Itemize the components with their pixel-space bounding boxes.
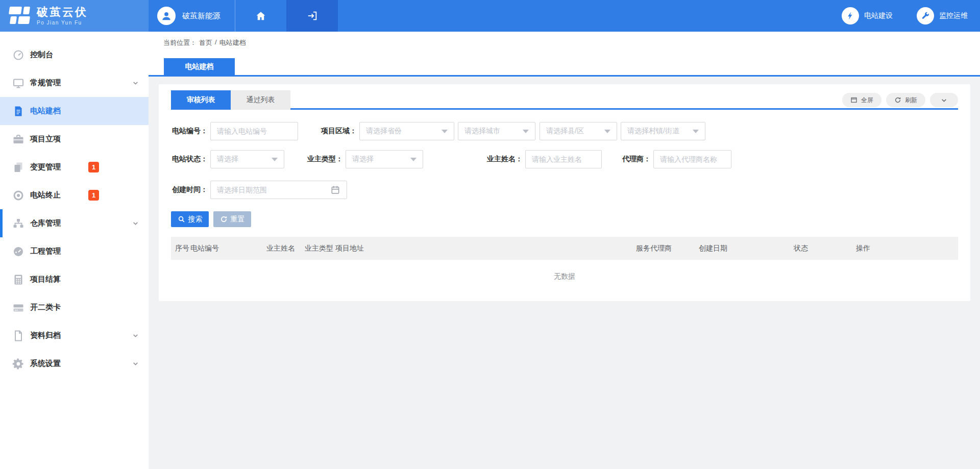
breadcrumb-current: 电站建档 [219,38,246,47]
sidebar-item-document-archive[interactable]: 资料归档 [0,322,149,350]
sidebar-item-warehouse-management[interactable]: 仓库管理 [0,209,149,237]
sidebar: 控制台 常规管理 电站建档 项目立项 变更管理 1 电站终止 1 [0,32,149,469]
refresh-icon [894,96,901,104]
col-owner-name: 业主姓名 [266,244,305,253]
caret-down-icon [604,130,610,133]
record-circle-icon [12,189,24,202]
collapse-panel-button[interactable] [930,93,958,107]
city-select[interactable]: 请选择城市 [458,122,535,140]
filter-row-1: 电站编号： 项目区域： 请选择省份 请选择城市 请选择县/区 请选择村镇/街道 [171,122,958,140]
sidebar-item-engineering-management[interactable]: 工程管理 [0,237,149,265]
col-project-addr: 项目地址 [335,244,636,253]
logo-title: 破茧云伏 [37,7,88,18]
created-time-label: 创建时间： [172,185,208,194]
user-avatar-icon [157,7,176,25]
tab-approved-list[interactable]: 通过列表 [231,90,290,110]
panel-tools: 全屏 刷新 [842,93,958,107]
caret-down-icon [693,130,699,133]
col-station-no: 电站编号 [190,244,266,253]
caret-down-icon [410,158,416,161]
owner-name-input[interactable] [525,150,602,168]
region-label: 项目区域： [321,127,357,136]
col-service-agent: 服务代理商 [636,244,699,253]
tab-review-list[interactable]: 审核列表 [171,90,231,110]
chevron-down-icon [132,332,139,339]
sidebar-item-open-type2-card[interactable]: 开二类卡 [0,293,149,322]
nav-label: 电站建设 [864,11,893,20]
owner-name-label: 业主姓名： [487,155,523,164]
logo-subtitle: Po Jian Yun Fu [37,20,88,26]
chevron-down-icon [941,97,947,104]
top-header: 破茧云伏 Po Jian Yun Fu 破茧新能源 电站建设 [0,0,980,32]
page-tab-station-filing[interactable]: 电站建档 [164,58,235,75]
notification-badge: 1 [88,162,99,172]
breadcrumb-separator: / [215,38,217,47]
empty-state-text: 无数据 [159,272,970,281]
panel-card: 审核列表 通过列表 全屏 刷新 [159,84,970,301]
table-header: 序号 电站编号 业主姓名 业主类型 项目地址 服务代理商 创建日期 状态 操作 [171,237,958,260]
breadcrumb-strip: 当前位置： 首页 / 电站建档 电站建档 [149,32,980,77]
chevron-down-icon [132,220,139,227]
sidebar-item-change-management[interactable]: 变更管理 1 [0,153,149,181]
nav-monitoring-ops[interactable]: 监控运维 [917,0,968,32]
owner-type-select[interactable]: 请选择 [346,150,423,168]
copy-pages-icon [12,161,24,174]
bank-card-icon [12,302,24,314]
lightning-icon [842,7,859,24]
search-icon [178,215,185,223]
sidebar-item-station-termination[interactable]: 电站终止 1 [0,181,149,209]
header-main: 破茧新能源 电站建设 监控运维 [149,0,980,32]
province-select[interactable]: 请选择省份 [359,122,454,140]
date-range-picker[interactable] [210,181,347,199]
refresh-button[interactable]: 刷新 [886,93,925,107]
sitemap-icon [12,217,24,230]
home-icon [255,10,266,21]
document-icon [12,105,24,117]
content-background: 审核列表 通过列表 全屏 刷新 [149,77,980,469]
agent-input[interactable] [653,150,731,168]
station-no-input[interactable] [210,122,298,140]
notification-badge: 1 [88,190,99,201]
col-status: 状态 [794,244,856,253]
sidebar-item-system-settings[interactable]: 系统设置 [0,350,149,378]
calendar-icon [330,185,340,195]
sidebar-item-general-management[interactable]: 常规管理 [0,69,149,97]
town-select[interactable]: 请选择村镇/街道 [621,122,705,140]
county-select[interactable]: 请选择县/区 [540,122,617,140]
logout-button[interactable] [286,0,338,32]
chevron-down-icon [132,360,139,367]
col-actions: 操作 [856,244,958,253]
gear-icon [12,358,24,370]
search-button[interactable]: 搜索 [171,211,209,227]
station-status-select[interactable]: 请选择 [210,150,284,168]
col-owner-type: 业主类型 [305,244,335,253]
breadcrumb-home-link[interactable]: 首页 [199,38,212,47]
fullscreen-button[interactable]: 全屏 [842,93,881,107]
calculator-icon [12,274,24,286]
briefcase-icon [12,133,24,145]
station-no-label: 电站编号： [172,127,208,136]
user-account[interactable]: 破茧新能源 [149,0,235,32]
breadcrumb: 当前位置： 首页 / 电站建档 [163,38,246,47]
monitor-icon [12,77,24,89]
main-area: 当前位置： 首页 / 电站建档 电站建档 审核列表 通过列表 全屏 [149,32,980,469]
breadcrumb-prefix: 当前位置： [163,38,197,47]
sidebar-item-project-settlement[interactable]: 项目结算 [0,265,149,293]
owner-type-label: 业主类型： [307,155,343,164]
sidebar-item-project-initiation[interactable]: 项目立项 [0,125,149,153]
sidebar-item-dashboard[interactable]: 控制台 [0,41,149,69]
header-spacer [338,0,842,32]
date-range-input[interactable] [217,181,326,199]
reset-button[interactable]: 重置 [213,211,251,227]
col-index: 序号 [175,244,190,253]
sidebar-item-station-filing[interactable]: 电站建档 [0,97,149,125]
home-button[interactable] [235,0,286,32]
fullscreen-icon [850,96,857,104]
filter-row-3: 创建时间： [171,181,958,199]
wrench-icon [917,7,934,24]
station-status-label: 电站状态： [172,155,208,164]
nav-station-construction[interactable]: 电站建设 [842,0,893,32]
chevron-down-icon [132,80,139,86]
caret-down-icon [523,130,529,133]
caret-down-icon [442,130,448,133]
